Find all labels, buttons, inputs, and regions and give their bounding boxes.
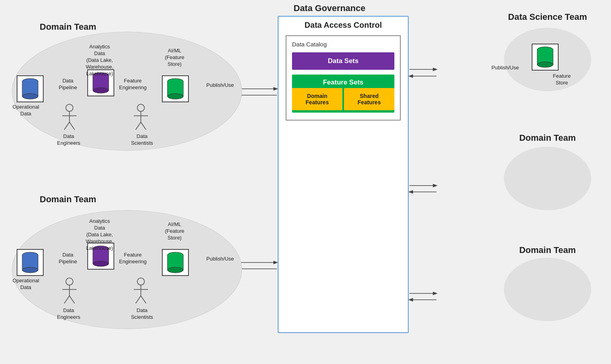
svg-point-23 bbox=[93, 88, 109, 93]
svg-line-59 bbox=[64, 296, 69, 303]
green-cylinder-right bbox=[536, 46, 554, 68]
data-scientists-label-top: DataScientists bbox=[122, 133, 162, 147]
svg-line-65 bbox=[141, 296, 146, 303]
aiml-label-top: AI/ML(FeatureStore) bbox=[155, 48, 194, 68]
publish-use-top-label: Publish/Use bbox=[206, 82, 234, 88]
domain-team-bot-circle bbox=[504, 258, 591, 321]
access-control-title: Data Access Control bbox=[279, 21, 408, 30]
data-engineers-label-bottom: DataEngineers bbox=[51, 307, 86, 321]
svg-point-28 bbox=[167, 94, 183, 99]
domain-team-bottom-title: Domain Team bbox=[40, 194, 96, 205]
svg-line-34 bbox=[64, 122, 69, 130]
domain-team-top-ellipse bbox=[12, 32, 242, 151]
feature-engineering-label-bottom: FeatureEngineering bbox=[119, 252, 146, 265]
svg-point-18 bbox=[22, 94, 38, 99]
data-scientists-figure-top bbox=[132, 104, 150, 133]
svg-point-53 bbox=[167, 267, 183, 273]
operational-data-box-top bbox=[17, 75, 44, 102]
svg-point-31 bbox=[66, 104, 73, 111]
data-scientists-label-bottom: DataScientists bbox=[122, 307, 162, 321]
publish-use-right-label: Publish/Use bbox=[492, 65, 519, 71]
domain-team-bot-title: Domain Team bbox=[504, 245, 591, 255]
diagram-container: Domain Team Domain Team Data Governance … bbox=[0, 0, 611, 364]
blue-cylinder-top bbox=[21, 78, 39, 100]
datasets-bar: Data Sets bbox=[292, 52, 394, 70]
data-engineers-figure-bottom bbox=[60, 278, 79, 307]
analytics-data-label-top: AnalyticsData(Data Lake,Warehouse,Lakeho… bbox=[78, 44, 121, 77]
svg-point-61 bbox=[137, 278, 144, 285]
aiml-label-bottom: AI/ML(FeatureStore) bbox=[155, 221, 194, 241]
data-pipeline-label-bottom: DataPipeline bbox=[59, 252, 77, 265]
data-governance-title: Data Governance bbox=[294, 3, 365, 13]
aiml-box-bottom bbox=[162, 249, 189, 276]
feature-store-label-right: FeatureStore bbox=[546, 73, 578, 86]
aiml-box-top bbox=[162, 75, 189, 102]
data-scientists-figure-bottom bbox=[132, 278, 150, 307]
domain-team-mid-circle bbox=[504, 147, 591, 210]
svg-line-40 bbox=[141, 122, 146, 130]
feature-sub-row: DomainFeatures SharedFeatures bbox=[292, 88, 394, 110]
svg-line-64 bbox=[136, 296, 141, 303]
catalog-title: Data Catalog bbox=[292, 41, 394, 48]
svg-point-36 bbox=[137, 104, 144, 111]
governance-box: Data Access Control Data Catalog Data Se… bbox=[278, 16, 409, 333]
operational-data-label-top: OperationalData bbox=[8, 104, 44, 117]
blue-cylinder-bottom bbox=[21, 252, 39, 273]
data-science-team-title: Data Science Team bbox=[504, 12, 591, 22]
data-pipeline-label-top: DataPipeline bbox=[59, 78, 77, 91]
feature-store-box-right bbox=[532, 44, 559, 71]
feature-sets-bar: Feature Sets DomainFeatures SharedFeatur… bbox=[292, 75, 394, 113]
operational-data-box-bottom bbox=[17, 249, 44, 276]
domain-features-box: DomainFeatures bbox=[292, 88, 342, 110]
data-engineers-label-top: DataEngineers bbox=[51, 133, 86, 147]
data-engineers-figure-top bbox=[60, 104, 79, 133]
analytics-data-label-bottom: AnalyticsData(Data Lake,Warehouse,Lakeho… bbox=[78, 218, 121, 251]
feature-engineering-label-top: FeatureEngineering bbox=[119, 78, 146, 91]
svg-line-35 bbox=[69, 122, 75, 130]
operational-data-label-bottom: OperationalData bbox=[8, 278, 44, 291]
green-cylinder-bottom bbox=[167, 252, 184, 273]
catalog-box: Data Catalog Data Sets Feature Sets Doma… bbox=[286, 35, 401, 121]
domain-team-mid-title: Domain Team bbox=[504, 133, 591, 143]
svg-point-56 bbox=[66, 278, 73, 285]
domain-team-top-title: Domain Team bbox=[40, 22, 96, 32]
svg-line-39 bbox=[136, 122, 141, 130]
svg-point-48 bbox=[93, 261, 109, 266]
svg-line-60 bbox=[69, 296, 75, 303]
svg-point-43 bbox=[22, 267, 38, 273]
svg-point-68 bbox=[537, 62, 553, 67]
green-cylinder-top bbox=[167, 78, 184, 100]
publish-use-bottom-label: Publish/Use bbox=[206, 256, 234, 262]
shared-features-box: SharedFeatures bbox=[344, 88, 394, 110]
